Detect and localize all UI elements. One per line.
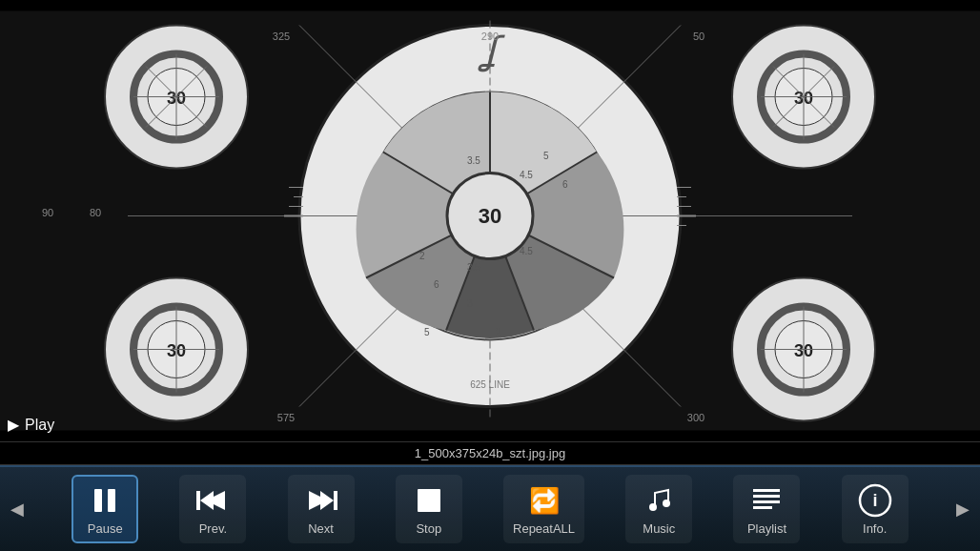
svg-text:325: 325 [273, 31, 290, 42]
next-label: Next [308, 521, 334, 536]
svg-text:i: i [872, 491, 877, 510]
right-arrow-button[interactable]: ▶ [949, 496, 976, 522]
next-icon [300, 483, 342, 518]
svg-rect-75 [196, 491, 200, 510]
svg-text:3.5: 3.5 [467, 155, 480, 166]
prev-label: Prev. [199, 521, 227, 536]
music-button[interactable]: Music [625, 475, 692, 543]
svg-text:50: 50 [693, 31, 704, 42]
svg-text:6: 6 [434, 279, 439, 290]
pause-label: Pause [88, 521, 123, 536]
svg-marker-77 [200, 491, 214, 510]
svg-marker-80 [320, 491, 334, 510]
svg-rect-85 [753, 495, 780, 498]
svg-rect-86 [753, 500, 780, 503]
prev-icon [192, 483, 234, 518]
test-pattern: 30 ʆ 30 30 [0, 0, 980, 441]
prev-button[interactable]: Prev. [179, 475, 246, 543]
play-overlay: ▶ Play [8, 416, 54, 434]
left-arrow-button[interactable]: ◀ [4, 496, 31, 522]
repeat-button[interactable]: 🔁 RepeatALL [503, 475, 584, 543]
svg-text:5: 5 [424, 327, 430, 337]
svg-rect-84 [753, 489, 780, 492]
pause-button[interactable]: Pause [71, 475, 138, 543]
playlist-label: Playlist [747, 521, 786, 536]
filename-bar: 1_500x375x24b_szt.jpg.jpg [0, 441, 980, 465]
svg-text:2: 2 [419, 251, 425, 261]
svg-text:6: 6 [562, 179, 568, 190]
svg-rect-81 [418, 489, 440, 512]
music-label: Music [643, 521, 675, 536]
controls-bar: ◀ Pause Prev. [0, 465, 980, 551]
svg-text:2: 2 [496, 327, 501, 337]
repeat-label: RepeatALL [513, 521, 575, 536]
playlist-button[interactable]: Playlist [733, 475, 800, 543]
music-icon [638, 483, 680, 518]
svg-text:5: 5 [543, 151, 549, 161]
info-label: Info. [863, 521, 887, 536]
playlist-icon [745, 483, 787, 518]
svg-rect-74 [108, 489, 115, 512]
stop-button[interactable]: Stop [396, 475, 462, 543]
svg-text:30: 30 [479, 204, 501, 228]
svg-text:290: 290 [481, 31, 499, 42]
app: 30 ʆ 30 30 [0, 0, 980, 551]
svg-point-82 [649, 503, 657, 511]
svg-point-83 [663, 500, 670, 507]
svg-rect-87 [753, 506, 772, 509]
stop-icon [408, 483, 450, 518]
svg-text:80: 80 [90, 207, 101, 218]
svg-text:3: 3 [467, 298, 473, 309]
repeat-icon: 🔁 [523, 483, 565, 518]
next-button[interactable]: Next [288, 475, 355, 543]
svg-rect-78 [334, 491, 337, 510]
video-area[interactable]: 30 ʆ 30 30 [0, 0, 980, 441]
stop-label: Stop [416, 521, 441, 536]
filename-text: 1_500x375x24b_szt.jpg.jpg [415, 446, 565, 460]
svg-text:300: 300 [687, 412, 704, 423]
svg-rect-73 [94, 489, 102, 512]
svg-text:90: 90 [42, 207, 53, 218]
svg-text:575: 575 [277, 412, 295, 423]
svg-text:625 LINE: 625 LINE [470, 379, 510, 390]
svg-text:4.5: 4.5 [520, 170, 533, 180]
play-label: Play [25, 417, 54, 434]
play-icon: ▶ [8, 416, 19, 434]
pause-icon [84, 483, 126, 518]
info-icon: i [854, 483, 896, 518]
svg-text:4.5: 4.5 [520, 246, 533, 256]
info-button[interactable]: i Info. [842, 475, 909, 543]
svg-text:3.5: 3.5 [467, 262, 480, 273]
